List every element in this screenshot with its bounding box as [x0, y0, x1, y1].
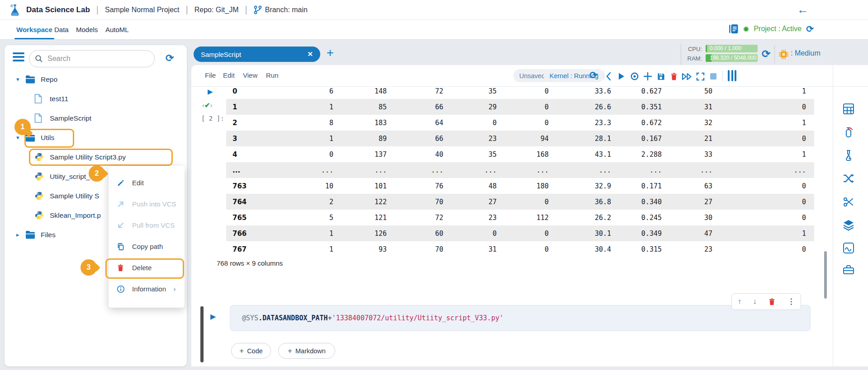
table-row: 76310101764818032.90.171630 [226, 178, 814, 194]
grid-icon[interactable] [840, 100, 858, 118]
toolbox-icon[interactable] [840, 261, 858, 279]
row-index: 764 [226, 194, 276, 210]
tree-item-sample-utility-script3-py[interactable]: Sample Utility Script3.py [5, 147, 187, 167]
cell-value: 47 [670, 225, 721, 241]
scissors-icon[interactable] [840, 193, 858, 211]
back-arrow-icon[interactable]: ← [797, 3, 809, 17]
run-cell-icon[interactable]: ▶ [208, 88, 213, 96]
tree-item-utils[interactable]: ▾Utils [5, 128, 187, 147]
extinguisher-icon[interactable] [840, 123, 858, 141]
journal-icon[interactable] [729, 24, 739, 34]
execution-count: [ 2 ]: [201, 115, 224, 122]
flask-icon[interactable] [840, 146, 858, 164]
tree-refresh-icon[interactable]: ⟳ [166, 52, 174, 64]
cpu-label: CPU: [684, 46, 702, 52]
layers-icon[interactable] [840, 216, 858, 234]
cell-value: 23 [670, 241, 721, 257]
project-refresh-icon[interactable]: ⟳ [806, 23, 814, 34]
run-icon[interactable] [616, 70, 627, 82]
copy-icon [117, 243, 132, 251]
tab-close-icon[interactable]: ✕ [307, 50, 313, 58]
context-menu-item-information[interactable]: Information› [109, 278, 185, 300]
add-markdown-button[interactable]: + Markdown [278, 343, 335, 359]
menu-run[interactable]: Run [266, 71, 279, 79]
row-index: 767 [226, 241, 276, 257]
chart-frame-icon[interactable] [840, 239, 858, 257]
panel-toggle-icon[interactable] [728, 70, 736, 81]
nav-tab-workspace[interactable]: Workspace [16, 26, 52, 33]
move-up-icon[interactable]: ↑ [738, 297, 742, 306]
divider [681, 43, 681, 65]
cell-value: 0.627 [619, 83, 670, 99]
menu-item-label: Information [132, 285, 166, 293]
delete-icon[interactable] [668, 70, 680, 82]
step-back-icon[interactable] [602, 70, 614, 82]
new-tab-icon[interactable]: + [327, 46, 334, 60]
tree-item-label: Files [38, 231, 56, 239]
branch-icon [254, 5, 262, 14]
arrow-down-left-icon [117, 221, 132, 229]
stop-icon[interactable] [707, 70, 719, 82]
cell-value: ... [721, 162, 814, 178]
tree-item-samplescript[interactable]: SampleScript [5, 108, 187, 128]
menu-view[interactable]: View [243, 71, 257, 79]
caret-down-icon[interactable]: ▾ [16, 76, 25, 83]
run-all-icon[interactable] [681, 70, 693, 82]
python-icon [34, 172, 47, 181]
cell-value: 148 [342, 83, 395, 99]
context-menu-item-edit[interactable]: Edit [109, 172, 185, 193]
main-nav: WorkspaceDataModelsAutoML Project : Acti… [0, 20, 868, 40]
context-menu-item-delete[interactable]: Delete [109, 257, 185, 278]
tree-item-test11[interactable]: test11 [5, 89, 187, 108]
step-badge-1: 1 [14, 119, 31, 135]
cell-value: 50 [670, 83, 721, 99]
nav-tab-automl[interactable]: AutoML [105, 26, 129, 33]
branch-label: Branch: main [265, 6, 308, 14]
delete-cell-icon[interactable] [768, 298, 776, 306]
more-icon[interactable]: ⋮ [787, 297, 795, 306]
menu-edit[interactable]: Edit [223, 71, 235, 79]
row-index: 2 [226, 115, 276, 131]
move-down-icon[interactable]: ↓ [753, 297, 757, 306]
top-header: Data Science Lab | Sample Normal Project… [0, 0, 868, 20]
context-menu-item-copy-path[interactable]: Copy path [109, 236, 185, 257]
cell-value: ... [670, 162, 721, 178]
dataframe-summary: 768 rows × 9 columns [217, 259, 283, 267]
divider [722, 70, 723, 81]
caret-down-icon[interactable]: ▾ [16, 134, 25, 141]
row-index: 763 [226, 178, 276, 194]
cell-value: 23.3 [557, 115, 619, 131]
cell-value: ... [451, 162, 505, 178]
scrollbar-thumb[interactable] [824, 251, 827, 299]
search-input[interactable] [47, 54, 137, 63]
cell-value: 121 [342, 210, 395, 225]
cell-value: 94 [505, 131, 557, 146]
shuffle-icon[interactable] [840, 169, 858, 187]
tree-item-label: Repo [38, 75, 57, 84]
resources-refresh-icon[interactable]: ⟳ [762, 48, 770, 60]
tree-item-label: Utiity_script_ [47, 173, 90, 181]
restart-icon[interactable] [629, 70, 640, 82]
cell-value: 0 [505, 225, 557, 241]
cell-value: 0 [505, 83, 557, 99]
run-code-cell-icon[interactable]: ▶ [210, 312, 216, 321]
fullscreen-icon[interactable] [694, 70, 706, 82]
menu-icon[interactable] [13, 52, 24, 61]
add-code-button[interactable]: + Code [231, 343, 271, 359]
cell-value: 0.315 [619, 241, 670, 257]
context-menu-item-push-into-vcs: Push into VCS [109, 193, 185, 215]
nav-tab-models[interactable]: Models [76, 26, 98, 33]
code-cell[interactable]: @SYS.DATASANDBOX_PATH + '13384007072/uti… [230, 305, 811, 331]
code-token: .DATASANDBOX_PATH [258, 314, 328, 322]
file-icon [34, 113, 47, 123]
add-cell-icon[interactable] [642, 70, 654, 82]
save-icon[interactable] [655, 70, 667, 82]
tab-samplescript[interactable]: SampleScript ✕ [194, 47, 320, 62]
nav-tab-data[interactable]: Data [54, 26, 69, 33]
cell-value: 30 [670, 210, 721, 225]
menu-file[interactable]: File [205, 71, 216, 79]
machine-size-label[interactable]: : Medium [791, 49, 821, 57]
tree-item-repo[interactable]: ▾Repo [5, 70, 187, 89]
kernel-refresh-icon[interactable]: ⟳ [589, 70, 598, 81]
caret-right-icon[interactable]: ▸ [16, 231, 25, 238]
